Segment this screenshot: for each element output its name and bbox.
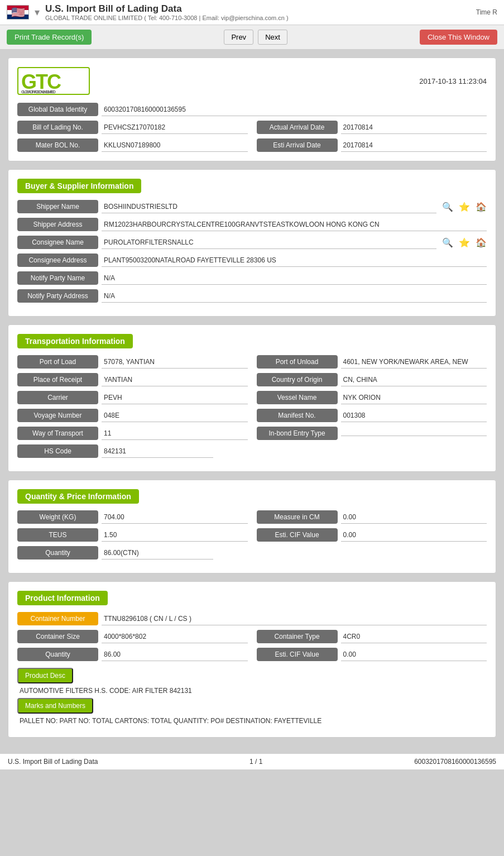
marks-and-numbers-button[interactable]: Marks and Numbers (17, 698, 93, 714)
product-quantity-label: Quantity (17, 648, 98, 661)
quantity-row: Quantity 86.00(CTN) (17, 546, 487, 559)
shipper-address-value: RM12023HARBOURCRYSTALCENTRE100GRANVTSTEA… (102, 218, 487, 231)
weight-label: Weight (KG) (17, 510, 98, 524)
consignee-name-value: PUROLATORFILTERSNALLC (102, 236, 436, 249)
voyage-col: Voyage Number 048E (17, 409, 248, 422)
product-qty-cif-row: Quantity 86.00 Esti. CIF Value 0.00 (17, 648, 487, 661)
carrier-vessel-row: Carrier PEVH Vessel Name NYK ORION (17, 391, 487, 404)
measure-col: Measure in CM 0.00 (257, 510, 487, 524)
consignee-name-label: Consignee Name (17, 236, 98, 249)
svg-text:GLOBAL TRADE ONLINE LIMITED: GLOBAL TRADE ONLINE LIMITED (21, 90, 56, 93)
flag-dropdown[interactable]: ▾ (35, 6, 40, 18)
container-type-col: Container Type 4CR0 (257, 630, 487, 643)
hs-code-label: HS Code (17, 444, 98, 458)
inbond-entry-label: In-bond Entry Type (257, 427, 338, 440)
footer-bar: U.S. Import Bill of Lading Data 1 / 1 60… (0, 753, 504, 769)
teus-col: TEUS 1.50 (17, 528, 248, 542)
logo-card: GTC GLOBAL TRADE ONLINE LIMITED 2017-10-… (8, 58, 496, 161)
product-desc-button-row: Product Desc (17, 666, 487, 687)
measure-value: 0.00 (341, 511, 487, 524)
container-type-value: 4CR0 (341, 630, 487, 643)
weight-measure-row: Weight (KG) 704.00 Measure in CM 0.00 (17, 510, 487, 524)
marks-button-row: Marks and Numbers (17, 698, 487, 717)
weight-value: 704.00 (102, 511, 248, 524)
master-bol-col: Mater BOL No. KKLUSN07189800 (17, 138, 248, 152)
app-title-block: U.S. Import Bill of Lading Data GLOBAL T… (45, 3, 471, 21)
container-size-value: 4000*806*802 (102, 630, 248, 643)
close-button[interactable]: Close This Window (420, 30, 497, 45)
arrival-col: Actual Arrival Date 20170814 (257, 121, 487, 134)
product-desc-button[interactable]: Product Desc (17, 668, 73, 683)
port-of-load-label: Port of Load (17, 355, 98, 369)
consignee-home-icon[interactable]: 🏠 (476, 237, 487, 248)
container-type-label: Container Type (257, 630, 338, 643)
transportation-title: Transportation Information (17, 334, 133, 348)
container-number-value: TTNU8296108 ( CN / L / CS ) (102, 613, 487, 625)
notify-party-address-label: Notify Party Address (17, 289, 98, 303)
hs-code-row: HS Code 842131 (17, 444, 487, 458)
buyer-supplier-title: Buyer & Supplier Information (17, 179, 141, 193)
notify-party-name-row: Notify Party Name N/A (17, 271, 487, 285)
container-size-label: Container Size (17, 630, 98, 643)
notify-party-name-label: Notify Party Name (17, 271, 98, 285)
way-of-transport-col: Way of Transport 11 (17, 427, 248, 440)
notify-party-address-row: Notify Party Address N/A (17, 289, 487, 303)
carrier-label: Carrier (17, 391, 98, 404)
app-subtitle: GLOBAL TRADE ONLINE LIMITED ( Tel: 400-7… (45, 15, 471, 21)
measure-label: Measure in CM (257, 510, 338, 524)
port-of-unload-value: 4601, NEW YORK/NEWARK AREA, NEW (341, 356, 487, 369)
consignee-search-icon[interactable]: 🔍 (442, 237, 453, 248)
shipper-name-label: Shipper Name (17, 200, 98, 213)
container-size-type-row: Container Size 4000*806*802 Container Ty… (17, 630, 487, 643)
voyage-manifest-row: Voyage Number 048E Manifest No. 001308 (17, 409, 487, 422)
print-button[interactable]: Print Trade Record(s) (7, 30, 92, 45)
product-esti-cif-label: Esti. CIF Value (257, 648, 338, 661)
footer-title: U.S. Import Bill of Lading Data (8, 758, 98, 766)
teus-cif-row: TEUS 1.50 Esti. CIF Value 0.00 (17, 528, 487, 542)
actual-arrival-value: 20170814 (341, 121, 487, 134)
timestamp: 2017-10-13 11:23:04 (419, 77, 487, 85)
top-bar: 🇺🇸 ▾ U.S. Import Bill of Lading Data GLO… (0, 0, 504, 25)
container-number-label: Container Number (17, 612, 98, 625)
quantity-label: Quantity (17, 546, 98, 559)
bol-row: Bill of Lading No. PEVHCSZ17070182 Actua… (17, 121, 487, 134)
port-load-col: Port of Load 57078, YANTIAN (17, 355, 248, 369)
esti-cif-value: 0.00 (341, 529, 487, 542)
notify-party-name-value: N/A (102, 272, 487, 285)
receipt-col: Place of Receipt YANTIAN (17, 373, 248, 386)
country-of-origin-label: Country of Origin (257, 373, 338, 386)
product-desc-text: AUTOMOTIVE FILTERS H.S. CODE: AIR FILTER… (17, 687, 487, 695)
shipper-star-icon[interactable]: ⭐ (459, 202, 470, 212)
port-of-unload-label: Port of Unload (257, 355, 338, 369)
shipper-name-value: BOSHIINDUSTRIESLTD (102, 200, 436, 213)
consignee-star-icon[interactable]: ⭐ (459, 237, 470, 248)
quantity-price-title: Quantity & Price Information (17, 489, 139, 504)
master-bol-row: Mater BOL No. KKLUSN07189800 Esti Arriva… (17, 138, 487, 152)
country-of-origin-value: CN, CHINA (341, 374, 487, 386)
bol-col: Bill of Lading No. PEVHCSZ17070182 (17, 121, 248, 134)
logo-image: GTC GLOBAL TRADE ONLINE LIMITED (17, 67, 90, 95)
footer-page-info: 1 / 1 (249, 758, 262, 766)
place-of-receipt-value: YANTIAN (102, 374, 248, 386)
consignee-name-row: Consignee Name PUROLATORFILTERSNALLC 🔍 ⭐… (17, 236, 487, 249)
buyer-supplier-card: Buyer & Supplier Information Shipper Nam… (8, 169, 496, 317)
inbond-col: In-bond Entry Type (257, 427, 487, 440)
vessel-name-value: NYK ORION (341, 391, 487, 404)
buyer-supplier-header: Buyer & Supplier Information (17, 179, 487, 200)
logo-row: GTC GLOBAL TRADE ONLINE LIMITED 2017-10-… (17, 67, 487, 95)
footer-record-id: 6003201708160000136595 (414, 758, 496, 766)
hs-code-value: 842131 (102, 445, 213, 458)
marks-text: PALLET NO: PART NO: TOTAL CARTONS: TOTAL… (17, 717, 487, 725)
bol-label: Bill of Lading No. (17, 121, 98, 134)
consignee-address-value: PLANT95003200NATALROAD FAYETTEVILLE 2830… (102, 254, 487, 267)
container-number-row: Container Number TTNU8296108 ( CN / L / … (17, 612, 487, 625)
prev-button[interactable]: Prev (224, 30, 253, 45)
master-bol-label: Mater BOL No. (17, 138, 98, 152)
way-of-transport-label: Way of Transport (17, 427, 98, 440)
esti-cif-col: Esti. CIF Value 0.00 (257, 528, 487, 542)
next-button[interactable]: Next (258, 30, 287, 45)
shipper-address-label: Shipper Address (17, 218, 98, 231)
shipper-search-icon[interactable]: 🔍 (442, 202, 453, 212)
manifest-col: Manifest No. 001308 (257, 409, 487, 422)
shipper-home-icon[interactable]: 🏠 (476, 202, 487, 212)
